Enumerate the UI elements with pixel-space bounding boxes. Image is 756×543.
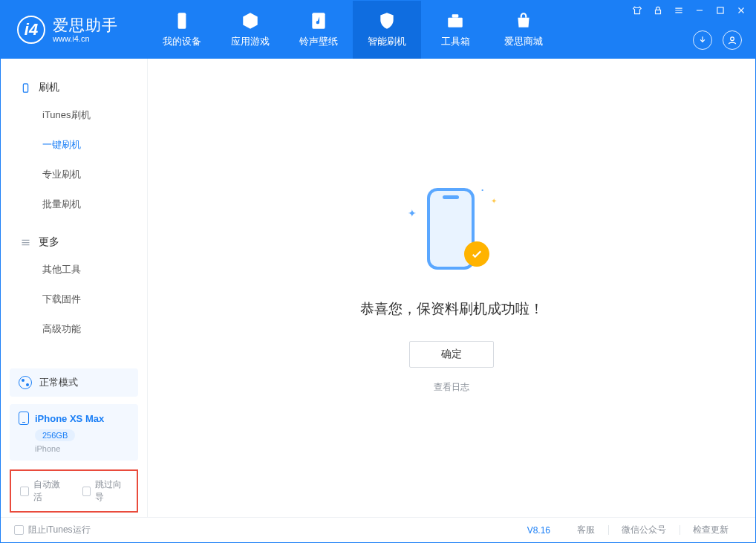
sparkle-icon: ✦ [408,207,417,219]
footer-link-support[interactable]: 客服 [564,524,608,536]
toolbox-icon [446,11,465,30]
close-icon[interactable] [736,5,746,16]
tab-label: 应用游戏 [231,35,270,48]
view-log-link[interactable]: 查看日志 [434,381,469,394]
svg-rect-3 [452,14,459,17]
device-capacity: 256GB [35,429,75,441]
tab-label: 智能刷机 [368,35,406,48]
tab-label: 我的设备 [163,35,201,48]
sidebar-item-itunes-flash[interactable]: iTunes刷机 [1,100,147,130]
checkbox-skip-guide[interactable]: 跳过向导 [82,478,128,504]
group-flash: 刷机 [1,75,147,100]
checkbox-icon [14,525,24,535]
window-controls [632,5,746,16]
check-badge-icon [464,241,489,267]
group-title: 刷机 [39,81,59,94]
sidebar-item-other-tools[interactable]: 其他工具 [1,255,147,284]
shield-icon [377,11,397,30]
logo-block: i4 爱思助手 www.i4.cn [1,1,148,59]
success-message: 恭喜您，保资料刷机成功啦！ [360,299,544,319]
tab-my-device[interactable]: 我的设备 [148,1,216,59]
lock-icon[interactable] [653,5,663,16]
phone-icon [172,11,192,30]
svg-point-6 [731,37,734,41]
mode-indicator[interactable]: 正常模式 [10,368,138,397]
device-name: iPhone XS Max [35,413,104,424]
sidebar: 刷机 iTunes刷机 一键刷机 专业刷机 批量刷机 更多 其他工具 下载固件 … [1,59,148,517]
user-button[interactable] [723,30,742,50]
options-highlight-box: 自动激活 跳过向导 [10,469,138,513]
tab-store[interactable]: 爱思商城 [489,1,558,59]
status-bar: 阻止iTunes运行 V8.16 客服 微信公众号 检查更新 [1,517,755,542]
svg-rect-4 [656,10,661,13]
mode-label: 正常模式 [39,376,78,389]
sidebar-item-batch-flash[interactable]: 批量刷机 [1,189,147,219]
svg-rect-5 [717,7,723,13]
sidebar-item-pro-flash[interactable]: 专业刷机 [1,160,147,189]
version-label: V8.16 [527,525,550,536]
mode-icon [19,376,32,389]
tab-label: 工具箱 [441,35,470,48]
checkbox-icon [20,487,29,496]
tshirt-icon[interactable] [632,5,642,16]
tab-smart-flash[interactable]: 智能刷机 [353,1,421,59]
device-type: iPhone [35,444,129,453]
menu-icon[interactable] [674,5,684,16]
music-note-icon [309,11,328,30]
list-icon [20,237,31,248]
checkbox-icon [82,487,91,496]
checkbox-label: 自动激活 [33,478,66,504]
main-content: ✦ ✦ • 恭喜您，保资料刷机成功啦！ 确定 查看日志 [148,59,755,517]
checkbox-auto-activate[interactable]: 自动激活 [20,478,66,504]
device-card[interactable]: iPhone XS Max 256GB iPhone [10,404,138,461]
sparkle-icon: • [481,186,483,193]
svg-rect-0 [178,13,186,29]
device-icon [20,82,31,94]
cube-icon [241,11,260,30]
minimize-icon[interactable] [694,5,705,16]
tab-label: 爱思商城 [504,35,543,48]
svg-rect-2 [448,18,463,27]
download-button[interactable] [693,30,712,50]
phone-icon [19,412,29,425]
checkbox-block-itunes[interactable]: 阻止iTunes运行 [14,524,91,536]
sidebar-item-oneclick-flash[interactable]: 一键刷机 [1,130,147,160]
bag-icon [514,11,533,30]
svg-rect-7 [23,83,27,91]
logo-icon: i4 [17,16,45,44]
group-title: 更多 [39,235,59,249]
sidebar-item-advanced[interactable]: 高级功能 [1,314,147,344]
success-illustration: ✦ ✦ • [403,182,500,279]
app-domain: www.i4.cn [53,34,118,44]
group-more: 更多 [1,230,147,255]
checkbox-label: 跳过向导 [95,478,128,504]
tab-label: 铃声壁纸 [299,35,338,48]
app-name: 爱思助手 [53,16,118,34]
app-header: i4 爱思助手 www.i4.cn 我的设备 应用游戏 铃声壁纸 智能刷机 工具… [1,1,755,59]
maximize-icon[interactable] [715,5,726,16]
footer-link-update[interactable]: 检查更新 [680,524,742,536]
tab-ringtone-wallpaper[interactable]: 铃声壁纸 [284,1,353,59]
tab-toolbox[interactable]: 工具箱 [421,1,489,59]
sidebar-item-download-firmware[interactable]: 下载固件 [1,284,147,314]
tab-apps-games[interactable]: 应用游戏 [216,1,284,59]
footer-link-wechat[interactable]: 微信公众号 [608,524,680,536]
sparkle-icon: ✦ [491,197,497,205]
ok-button[interactable]: 确定 [409,341,494,368]
checkbox-label: 阻止iTunes运行 [28,524,91,536]
